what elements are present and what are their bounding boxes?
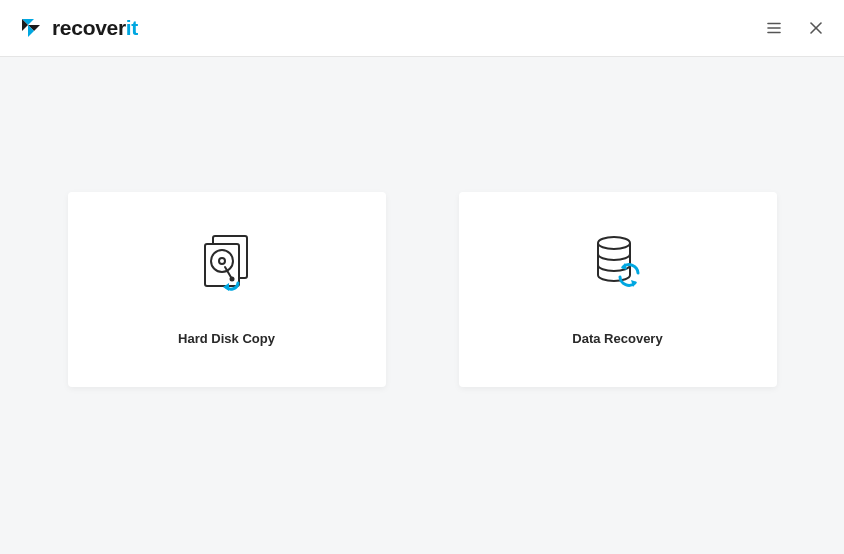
svg-point-10 bbox=[229, 277, 234, 282]
data-recovery-card[interactable]: Data Recovery bbox=[459, 192, 777, 387]
menu-button[interactable] bbox=[764, 18, 784, 38]
brand-name-part1: recover bbox=[52, 16, 126, 39]
brand-logo: recoverit bbox=[18, 15, 138, 41]
close-icon bbox=[809, 21, 823, 35]
close-button[interactable] bbox=[806, 18, 826, 38]
header-controls bbox=[764, 18, 826, 38]
hard-disk-copy-title: Hard Disk Copy bbox=[178, 331, 275, 346]
brand-logo-text: recoverit bbox=[52, 16, 138, 40]
svg-point-11 bbox=[598, 237, 630, 249]
brand-name-part2: it bbox=[126, 16, 138, 39]
data-recovery-title: Data Recovery bbox=[572, 331, 662, 346]
main-content: Hard Disk Copy Data Recovery bbox=[0, 57, 844, 387]
hard-disk-copy-card[interactable]: Hard Disk Copy bbox=[68, 192, 386, 387]
data-recovery-icon bbox=[588, 233, 648, 293]
header: recoverit bbox=[0, 0, 844, 57]
brand-logo-icon bbox=[18, 15, 44, 41]
hard-disk-copy-icon bbox=[197, 233, 257, 293]
menu-icon bbox=[766, 20, 782, 36]
